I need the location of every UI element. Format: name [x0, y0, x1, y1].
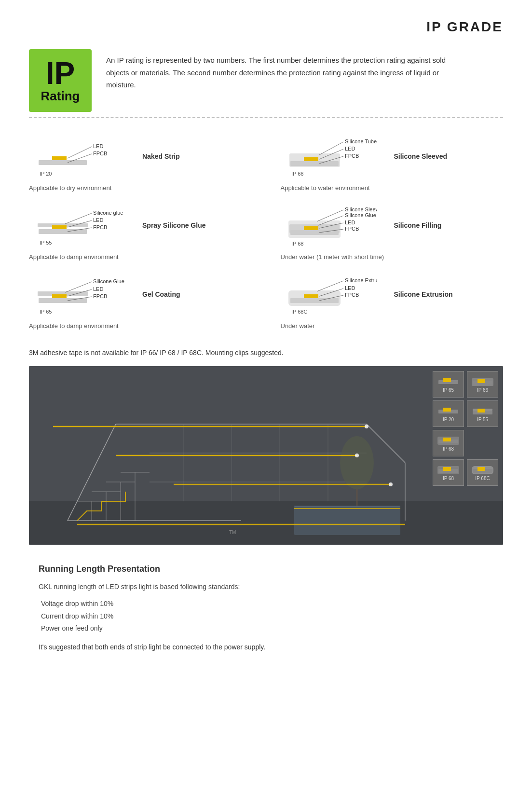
- house-illustration-svg: TM: [29, 366, 503, 545]
- diagram-ip66: Silicone Tube LED FPCB IP 66 Silicone Sl…: [281, 132, 504, 192]
- ip-logo-rating: Rating: [41, 89, 80, 104]
- ip-badge-68c: IP 68C: [467, 459, 498, 486]
- svg-text:FPCB: FPCB: [93, 224, 107, 230]
- svg-text:LED: LED: [93, 217, 103, 223]
- svg-text:FPCB: FPCB: [93, 293, 107, 299]
- svg-rect-52: [304, 294, 318, 298]
- standard-item-3: Power one feed only: [41, 622, 493, 634]
- intro-description: An IP rating is represented by two numbe…: [106, 49, 468, 91]
- svg-point-91: [355, 454, 359, 457]
- svg-text:Silicone Sleeve: Silicone Sleeve: [345, 206, 377, 212]
- ip68-title: Silicone Filling: [394, 221, 442, 229]
- ip55-desc: Applicable to damp environment: [29, 253, 252, 261]
- svg-rect-109: [443, 467, 451, 471]
- svg-text:FPCB: FPCB: [93, 151, 107, 156]
- svg-rect-30: [304, 226, 318, 230]
- svg-text:Silicone Glue: Silicone Glue: [93, 278, 124, 284]
- svg-text:IP 55: IP 55: [40, 240, 52, 246]
- running-length-title: Running Length Presentation: [39, 564, 493, 574]
- ip68-desc: Under water (1 meter with short time): [281, 253, 504, 261]
- badge-68b-label: IP 68: [443, 476, 454, 481]
- running-length-intro: GKL running length of LED strips light i…: [39, 581, 493, 592]
- svg-text:Silicone Tube: Silicone Tube: [345, 138, 377, 144]
- svg-point-90: [365, 425, 368, 428]
- ip66-svg: Silicone Tube LED FPCB IP 66: [281, 132, 377, 180]
- svg-text:Silicone glue: Silicone glue: [93, 210, 123, 216]
- svg-text:IP 66: IP 66: [291, 171, 304, 177]
- svg-rect-19: [52, 225, 67, 229]
- svg-text:FPCB: FPCB: [345, 292, 359, 298]
- ip68c-svg-area: Silicone Extrusion LED FPCB IP 68C: [281, 270, 377, 318]
- ip55-title: Spray Silicone Glue: [142, 221, 206, 229]
- svg-text:IP 20: IP 20: [40, 171, 52, 177]
- standard-item-2: Current drop within 10%: [41, 610, 493, 622]
- badge-20-strip: [437, 406, 459, 415]
- svg-rect-95: [443, 378, 451, 382]
- svg-line-20: [65, 213, 92, 224]
- ip-badge-68b: IP 68: [433, 459, 464, 486]
- svg-rect-98: [477, 379, 485, 383]
- svg-rect-1: [52, 156, 67, 160]
- diagram-ip55: Silicone glue LED FPCB IP 55 Spray Silic…: [29, 201, 252, 261]
- svg-rect-106: [443, 438, 451, 441]
- svg-rect-81: [294, 506, 400, 535]
- svg-line-10: [319, 142, 343, 155]
- running-length-section: Running Length Presentation GKL running …: [29, 564, 503, 652]
- svg-rect-100: [443, 408, 451, 412]
- ip68-svg-area: Silicone Sleeve Silicone Glue LED FPCB I…: [281, 201, 377, 249]
- svg-rect-112: [477, 467, 485, 471]
- badge-68c-label: IP 68C: [475, 476, 490, 481]
- badge-20-label: IP 20: [443, 417, 454, 422]
- svg-text:IP 68C: IP 68C: [291, 309, 307, 315]
- svg-rect-18: [39, 229, 87, 234]
- ip68c-desc: Under water: [281, 322, 504, 330]
- svg-line-31: [317, 210, 343, 221]
- badge-66-label: IP 66: [477, 387, 488, 393]
- standard-item-1: Voltage drop within 10%: [41, 598, 493, 610]
- svg-point-83: [340, 436, 374, 489]
- ip-badge-55: IP 55: [467, 400, 498, 427]
- ip-logo-ip: IP: [46, 58, 75, 89]
- ip66-title: Silicone Sleeved: [394, 152, 448, 160]
- svg-text:Silicone Extrusion: Silicone Extrusion: [345, 277, 377, 283]
- page-title: IP GRADE: [29, 19, 503, 35]
- ip68c-svg: Silicone Extrusion LED FPCB IP 68C: [281, 270, 377, 318]
- badge-65-strip: [437, 376, 459, 386]
- svg-rect-61: [29, 501, 503, 545]
- ip20-desc: Applicable to dry environment: [29, 184, 252, 192]
- ip-badge-20: IP 20: [433, 400, 464, 427]
- diagrams-grid: LED FPCB IP 20 Naked Strip Applicable to…: [29, 132, 503, 339]
- ip20-svg-area: LED FPCB IP 20: [29, 132, 125, 180]
- badge-68c-strip: [472, 465, 493, 474]
- ip65-title: Gel Coating: [142, 290, 180, 298]
- ip65-desc: Applicable to damp environment: [29, 322, 252, 330]
- badge-55-strip: [472, 406, 493, 415]
- ip65-svg: Silicone Glue LED FPCB IP 65: [29, 270, 125, 318]
- ip20-svg: LED FPCB IP 20: [29, 132, 125, 180]
- svg-text:LED: LED: [93, 143, 103, 149]
- svg-text:LED: LED: [345, 285, 355, 291]
- badge-55-label: IP 55: [477, 417, 488, 422]
- svg-rect-0: [39, 160, 87, 165]
- running-length-suggestion: It's suggested that both ends of strip l…: [39, 642, 493, 652]
- badge-66-strip: [472, 376, 493, 386]
- ip-logo: IP Rating: [29, 49, 92, 112]
- running-length-standards: Voltage drop within 10% Current drop wit…: [39, 598, 493, 634]
- ip68-svg: Silicone Sleeve Silicone Glue LED FPCB I…: [281, 201, 377, 252]
- ip66-desc: Applicable to water environment: [281, 184, 504, 192]
- svg-text:IP 68: IP 68: [291, 241, 304, 247]
- svg-point-92: [389, 482, 393, 486]
- ip20-title: Naked Strip: [142, 152, 180, 160]
- diagram-ip68c: Silicone Extrusion LED FPCB IP 68C Silic…: [281, 270, 504, 330]
- ip-badge-66: IP 66: [467, 371, 498, 398]
- diagram-ip68: Silicone Sleeve Silicone Glue LED FPCB I…: [281, 201, 504, 261]
- ip68c-title: Silicone Extrusion: [394, 290, 453, 298]
- svg-text:LED: LED: [345, 220, 355, 225]
- svg-rect-9: [304, 157, 318, 161]
- diagram-ip20: LED FPCB IP 20 Naked Strip Applicable to…: [29, 132, 252, 192]
- svg-rect-41: [39, 298, 87, 303]
- svg-rect-103: [477, 409, 485, 413]
- svg-text:TM: TM: [229, 530, 236, 535]
- badge-68a-strip: [437, 435, 459, 445]
- ip-badge-empty: [467, 430, 498, 456]
